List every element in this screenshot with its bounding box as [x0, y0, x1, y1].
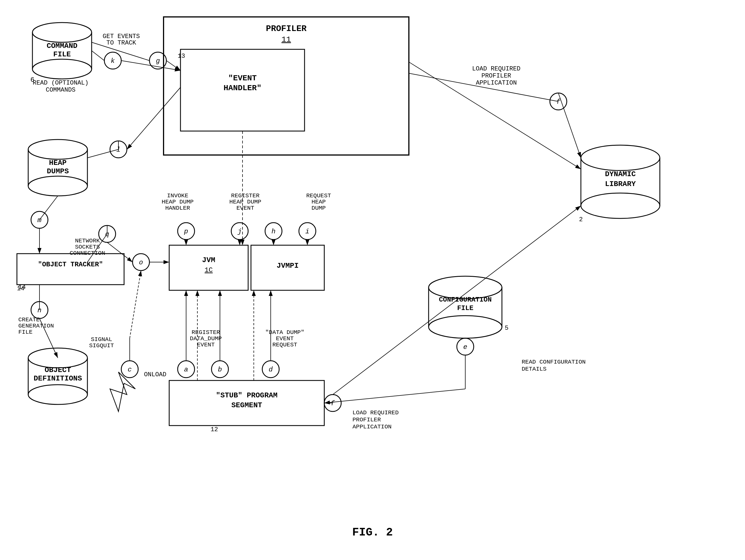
svg-text:DYNAMIC: DYNAMIC	[605, 170, 636, 178]
svg-rect-13	[17, 254, 124, 285]
svg-text:JVM: JVM	[202, 256, 216, 265]
svg-text:HANDLER": HANDLER"	[224, 84, 261, 93]
svg-text:LOAD REQUIRED: LOAD REQUIRED	[353, 410, 399, 416]
svg-line-92	[127, 88, 181, 149]
svg-text:COMMAND: COMMAND	[46, 42, 77, 50]
svg-text:f: f	[556, 98, 560, 106]
svg-text:REQUEST: REQUEST	[306, 193, 331, 199]
svg-text:2: 2	[579, 216, 583, 223]
svg-text:HEAP: HEAP	[312, 199, 326, 205]
svg-text:APPLICATION: APPLICATION	[353, 424, 392, 430]
svg-text:FILE: FILE	[53, 50, 71, 59]
svg-line-108	[324, 389, 465, 403]
svg-text:FIG. 2: FIG. 2	[352, 526, 393, 539]
svg-text:READ CONFIGURATION: READ CONFIGURATION	[522, 359, 586, 365]
svg-text:REGISTER: REGISTER	[192, 329, 220, 336]
svg-line-121	[130, 271, 141, 338]
svg-text:PROFILER: PROFILER	[481, 72, 511, 79]
svg-text:DUMP: DUMP	[312, 205, 326, 211]
svg-text:DEFINITIONS: DEFINITIONS	[34, 374, 82, 383]
svg-text:"OBJECT TRACKER": "OBJECT TRACKER"	[38, 261, 103, 268]
svg-text:11: 11	[282, 35, 291, 44]
svg-text:5: 5	[505, 325, 509, 332]
svg-text:c: c	[128, 366, 132, 374]
svg-text:TO TRACK: TO TRACK	[106, 39, 136, 46]
svg-text:DUMPS: DUMPS	[47, 167, 69, 176]
svg-text:LOAD REQUIRED: LOAD REQUIRED	[472, 65, 521, 72]
svg-line-91	[166, 61, 181, 70]
svg-text:ONLOAD: ONLOAD	[144, 371, 166, 378]
svg-text:SIGNAL: SIGNAL	[91, 336, 112, 343]
svg-text:INVOKE: INVOKE	[167, 193, 188, 199]
svg-line-88	[92, 51, 104, 61]
svg-text:e: e	[463, 343, 467, 351]
svg-text:NETWORK: NETWORK	[75, 238, 100, 244]
svg-text:HEAP DUMP: HEAP DUMP	[229, 199, 261, 205]
svg-text:o: o	[139, 259, 143, 266]
svg-text:GENERATION: GENERATION	[18, 323, 54, 329]
svg-point-46	[429, 316, 502, 338]
svg-line-89	[121, 61, 181, 70]
svg-text:p: p	[184, 228, 188, 235]
svg-text:PROFILER: PROFILER	[353, 417, 381, 423]
svg-text:SEGMENT: SEGMENT	[231, 401, 262, 410]
svg-text:FILE: FILE	[18, 329, 32, 336]
svg-text:READ (OPTIONAL): READ (OPTIONAL)	[33, 79, 89, 86]
svg-point-7	[28, 140, 88, 159]
svg-point-45	[429, 276, 502, 299]
svg-text:h: h	[271, 228, 276, 235]
svg-text:"EVENT: "EVENT	[228, 74, 257, 82]
svg-text:HEAP: HEAP	[49, 159, 67, 167]
svg-point-0	[32, 23, 92, 42]
svg-marker-154	[110, 372, 135, 412]
svg-text:13: 13	[177, 53, 185, 60]
svg-text:DATA_DUMP: DATA_DUMP	[190, 336, 222, 342]
svg-text:a: a	[184, 366, 188, 374]
svg-text:OBJECT: OBJECT	[44, 366, 71, 374]
svg-line-118	[107, 242, 133, 262]
svg-text:APPLICATION: APPLICATION	[476, 79, 517, 86]
svg-text:JVMPI: JVMPI	[277, 261, 299, 270]
svg-point-17	[28, 385, 88, 405]
svg-text:SOCKETS: SOCKETS	[75, 244, 100, 250]
svg-text:i: i	[305, 228, 309, 235]
svg-text:REGISTER: REGISTER	[231, 193, 260, 199]
svg-text:EVENT: EVENT	[197, 342, 215, 348]
svg-text:DETAILS: DETAILS	[522, 366, 547, 372]
svg-text:CONFIGURATION: CONFIGURATION	[439, 296, 491, 304]
main-svg: COMMAND FILE 6 HEAP DUMPS "OBJECT TRACKE…	[0, 0, 745, 560]
svg-text:LIBRARY: LIBRARY	[605, 180, 636, 188]
svg-text:j: j	[237, 228, 242, 235]
svg-point-8	[28, 176, 88, 196]
svg-text:"DATA DUMP": "DATA DUMP"	[265, 329, 304, 336]
svg-point-39	[581, 193, 660, 218]
svg-text:12: 12	[210, 426, 218, 433]
svg-line-97	[558, 93, 581, 158]
svg-text:1C: 1C	[205, 266, 213, 274]
svg-text:REQUEST: REQUEST	[272, 342, 297, 348]
svg-text:b: b	[218, 366, 222, 374]
svg-text:CREATE: CREATE	[18, 316, 40, 323]
svg-point-1	[32, 59, 92, 79]
svg-text:"STUB" PROGRAM: "STUB" PROGRAM	[216, 391, 278, 399]
svg-text:f: f	[331, 399, 335, 407]
svg-text:GET EVENTS: GET EVENTS	[103, 33, 140, 40]
svg-text:k: k	[111, 57, 115, 65]
svg-line-112	[39, 196, 58, 220]
svg-text:CONNECTION: CONNECTION	[70, 250, 105, 256]
svg-text:PROFILER: PROFILER	[266, 24, 306, 34]
svg-text:COMMANDS: COMMANDS	[46, 86, 75, 94]
svg-text:d: d	[269, 366, 273, 374]
diagram-container: COMMAND FILE 6 HEAP DUMPS "OBJECT TRACKE…	[0, 0, 745, 560]
svg-text:EVENT: EVENT	[236, 205, 254, 211]
svg-text:FILE: FILE	[457, 304, 474, 312]
svg-text:HEAP DUMP: HEAP DUMP	[162, 199, 193, 205]
svg-text:HANDLER: HANDLER	[165, 205, 190, 211]
svg-point-38	[581, 145, 660, 171]
svg-text:14: 14	[18, 284, 26, 291]
svg-text:g: g	[156, 57, 160, 65]
svg-text:SIGQUIT: SIGQUIT	[89, 342, 114, 349]
svg-text:EVENT: EVENT	[276, 336, 294, 342]
